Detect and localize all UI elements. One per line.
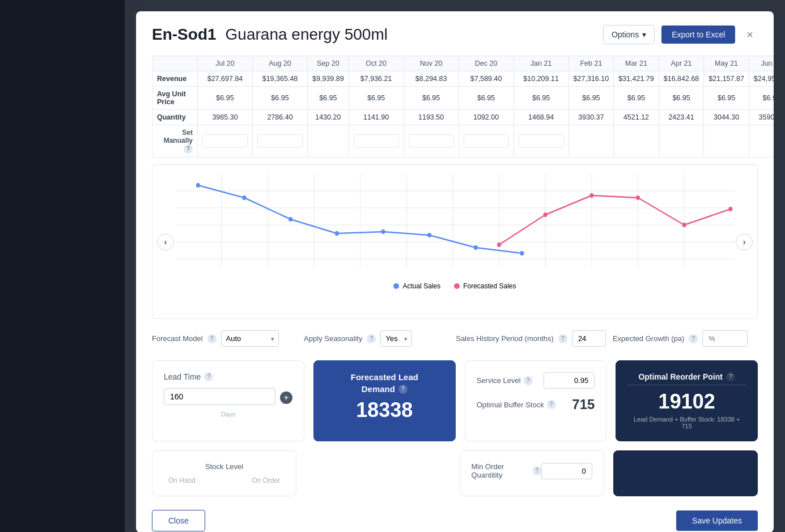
- forecast-model-select-wrapper: Auto Linear Exponential: [221, 330, 279, 347]
- svg-point-26: [589, 193, 593, 198]
- sales-history-help-icon[interactable]: ?: [558, 334, 567, 343]
- set-manually-input-6[interactable]: [519, 134, 564, 148]
- apply-seasonality-help-icon[interactable]: ?: [367, 334, 376, 343]
- apply-seasonality-group: Apply Seasonality ? Yes No: [304, 330, 449, 347]
- chart-prev-button[interactable]: ‹: [157, 233, 174, 250]
- buffer-stock-help-icon[interactable]: ?: [547, 400, 556, 409]
- table-header-mar21: Mar 21: [614, 56, 659, 71]
- table-header-jan21: Jan 21: [514, 56, 568, 71]
- stock-level-title: Stock Level: [164, 462, 285, 471]
- min-order-card: Min Order Quantitity ?: [460, 450, 604, 496]
- lead-time-input[interactable]: [164, 388, 275, 405]
- set-manually-input-5[interactable]: [464, 134, 509, 148]
- service-level-row: Service Level ?: [477, 372, 595, 389]
- options-chevron-icon: ▾: [642, 30, 646, 39]
- chart-legend: Actual Sales Forecasted Sales: [175, 282, 735, 290]
- forecasted-sales-label: Forecasted Sales: [463, 282, 516, 290]
- table-header-aug20: Aug 20: [253, 56, 308, 71]
- apply-seasonality-select[interactable]: Yes No: [380, 330, 412, 347]
- actual-sales-dot: [393, 283, 399, 289]
- forecast-model-help-icon[interactable]: ?: [207, 334, 217, 343]
- sales-history-group: Sales History Period (months) ?: [456, 330, 606, 347]
- forecasted-demand-title2: Demand: [362, 384, 395, 394]
- min-order-help-icon[interactable]: ?: [533, 466, 541, 475]
- min-order-row: Min Order Quantitity ?: [472, 462, 592, 479]
- expected-growth-input[interactable]: [702, 330, 748, 347]
- optimal-reorder-card: Optimal Reorder Point ? 19102 Lead Deman…: [616, 360, 758, 441]
- forecasted-demand-value: 18338: [325, 398, 444, 422]
- options-button[interactable]: Options ▾: [603, 25, 655, 44]
- table-header-jul20: Jul 20: [198, 56, 253, 71]
- expected-growth-help-icon[interactable]: ?: [689, 334, 698, 343]
- empty-slot-1: [305, 450, 450, 496]
- quantity-label: Quantity: [152, 110, 198, 125]
- avg-price-label: Avg Unit Price: [152, 87, 198, 110]
- svg-point-25: [544, 212, 548, 217]
- svg-point-16: [196, 183, 200, 188]
- set-manually-input-3[interactable]: [354, 134, 399, 148]
- close-x-button[interactable]: ×: [742, 26, 758, 44]
- product-id: En-Sod1: [152, 25, 217, 44]
- optimal-reorder-subtitle: Lead Demand + Buffer Stock: 18338 + 715: [627, 416, 746, 429]
- export-button[interactable]: Export to Excel: [661, 25, 735, 44]
- set-manually-input-4[interactable]: [409, 134, 454, 148]
- table-row-quantity: Quantity 3985.30 2786.40 1430.20 1141.90…: [152, 110, 774, 125]
- forecasted-sales-dot: [454, 283, 460, 289]
- legend-actual-sales: Actual Sales: [393, 282, 440, 290]
- table-header-dec20: Dec 20: [459, 56, 514, 71]
- service-level-card: Service Level ? Optimal Buffer Stock ? 7…: [465, 360, 607, 441]
- svg-point-22: [474, 245, 478, 250]
- options-label: Options: [612, 30, 639, 39]
- svg-point-27: [636, 195, 640, 200]
- lead-time-help-icon[interactable]: ?: [204, 372, 213, 381]
- modal-footer: Close Save Updates: [152, 510, 758, 531]
- apply-seasonality-select-wrapper: Yes No: [380, 330, 412, 347]
- expected-growth-label: Expected Growth (pa): [613, 334, 684, 343]
- svg-point-24: [497, 242, 501, 247]
- optimal-reorder-title: Optimal Reorder Point: [638, 372, 723, 381]
- svg-point-19: [335, 231, 339, 236]
- svg-point-17: [242, 195, 246, 200]
- dark-card-bottom: [613, 450, 758, 496]
- chart-next-button[interactable]: ›: [736, 233, 753, 250]
- min-order-input[interactable]: [541, 463, 592, 479]
- svg-point-18: [288, 217, 292, 222]
- revenue-label: Revenue: [152, 71, 198, 87]
- expected-growth-group: Expected Growth (pa) ?: [613, 330, 758, 347]
- chevron-left-icon: ‹: [164, 237, 167, 246]
- save-updates-button[interactable]: Save Updates: [676, 510, 758, 531]
- chevron-right-icon: ›: [743, 237, 746, 246]
- on-order-label: On Order: [252, 476, 280, 484]
- modal-overlay: En-Sod1 Guarana energy 500ml Options ▾ E…: [0, 0, 785, 532]
- lead-time-unit: Days: [164, 411, 292, 418]
- data-table: Jul 20 Aug 20 Sep 20 Oct 20 Nov 20 Dec 2…: [152, 56, 774, 158]
- modal-header-actions: Options ▾ Export to Excel ×: [603, 25, 758, 44]
- set-manually-input-2[interactable]: [257, 134, 303, 148]
- legend-forecasted-sales: Forecasted Sales: [454, 282, 516, 290]
- table-header-oct20: Oct 20: [349, 56, 404, 71]
- set-manually-help-icon[interactable]: ?: [184, 144, 193, 154]
- actual-sales-label: Actual Sales: [402, 282, 440, 290]
- close-modal-button[interactable]: Close: [152, 510, 205, 531]
- table-row-avg-price: Avg Unit Price $6.95 $6.95 $6.95 $6.95 $…: [152, 87, 774, 110]
- table-header-nov20: Nov 20: [404, 56, 459, 71]
- set-manually-input-1[interactable]: [202, 134, 248, 148]
- chart-container: ‹ ›: [152, 164, 758, 319]
- optimal-reorder-value: 19102: [627, 390, 746, 414]
- table-header-apr21: Apr 21: [659, 56, 704, 71]
- lead-time-add-button[interactable]: +: [280, 391, 292, 404]
- buffer-stock-row: Optimal Buffer Stock ? 715: [477, 397, 595, 412]
- stock-level-card: Stock Level On Hand On Order: [152, 450, 296, 496]
- forecasted-demand-help-icon[interactable]: ?: [398, 385, 408, 394]
- sales-history-input[interactable]: [572, 330, 606, 347]
- table-row-revenue: Revenue $27,697.84 $19,365.48 $9,939.89 …: [152, 71, 774, 87]
- buffer-stock-label: Optimal Buffer Stock: [477, 401, 544, 409]
- service-level-help-icon[interactable]: ?: [524, 376, 533, 385]
- metrics-row-2: Stock Level On Hand On Order Min Order Q…: [152, 450, 758, 496]
- metrics-row-1: Lead Time ? + Days Forecasted Lead Deman…: [152, 360, 758, 441]
- min-order-label: Min Order Quantitity: [472, 462, 531, 479]
- modal-dialog: En-Sod1 Guarana energy 500ml Options ▾ E…: [136, 11, 774, 532]
- optimal-reorder-help-icon[interactable]: ?: [726, 372, 735, 381]
- service-level-input[interactable]: [544, 372, 595, 389]
- forecast-model-select[interactable]: Auto Linear Exponential: [221, 330, 279, 347]
